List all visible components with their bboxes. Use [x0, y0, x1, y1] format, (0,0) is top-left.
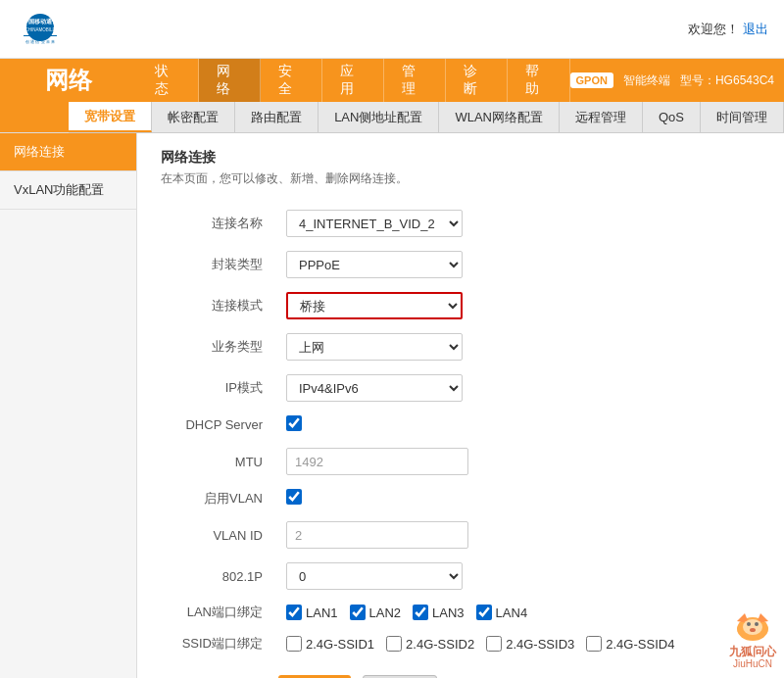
sub-nav: 宽带设置 帐密配置 路由配置 LAN侧地址配置 WLAN网络配置 远程管理 Qo…	[69, 102, 784, 133]
sub-nav-qos[interactable]: QoS	[643, 102, 701, 132]
logo-area: 中国移动通信 CHINAMOBILE 创 通 信 业 未 来	[16, 10, 65, 49]
lan-binding-group: LAN1 LAN2 LAN3 LAN4	[286, 605, 753, 620]
ssid1-text: 2.4G-SSID1	[306, 637, 374, 652]
label-service-type: 业务类型	[161, 326, 278, 367]
watermark-fox-icon	[731, 602, 774, 645]
sub-nav-lan-addr[interactable]: LAN侧地址配置	[318, 102, 439, 132]
form-row-mtu: MTU	[161, 441, 760, 482]
gpon-badge: GPON	[570, 73, 613, 88]
select-service-type[interactable]: 上网	[286, 333, 463, 361]
lan2-text: LAN2	[369, 605, 402, 620]
ssid4-label[interactable]: 2.4G-SSID4	[586, 636, 674, 652]
sub-nav-time[interactable]: 时间管理	[701, 102, 784, 132]
checkbox-ssid4[interactable]	[586, 636, 602, 652]
select-connection-name[interactable]: 4_INTERNET_B_VID_2	[286, 210, 463, 237]
svg-text:CHINAMOBILE: CHINAMOBILE	[24, 27, 55, 32]
sidebar-item-network-connection[interactable]: 网络连接	[0, 133, 136, 171]
input-mtu[interactable]	[286, 448, 468, 475]
form-row-dhcp: DHCP Server	[161, 409, 760, 441]
nav-item-status[interactable]: 状态	[137, 59, 199, 102]
svg-point-11	[750, 628, 756, 632]
lan3-label[interactable]: LAN3	[413, 605, 465, 620]
svg-point-9	[747, 622, 751, 626]
lan4-text: LAN4	[496, 605, 528, 620]
nav-item-apps[interactable]: 应用	[322, 59, 384, 102]
section-title: 网络连接	[161, 149, 760, 167]
logout-link[interactable]: 退出	[743, 21, 768, 38]
form-row-ssid-binding: SSID端口绑定 2.4G-SSID1 2.4G-SSID2	[161, 628, 760, 659]
form-row-connection-mode: 连接模式 桥接	[161, 285, 760, 326]
label-vlan-id: VLAN ID	[161, 514, 278, 556]
svg-point-10	[755, 622, 759, 626]
checkbox-enable-vlan[interactable]	[286, 489, 302, 505]
label-mtu: MTU	[161, 441, 278, 482]
ssid3-text: 2.4G-SSID3	[506, 637, 574, 652]
sidebar-item-vxlan[interactable]: VxLAN功能配置	[0, 171, 136, 210]
sidebar: 网络连接 VxLAN功能配置	[0, 133, 137, 678]
main-nav: 状态 网络 安全 应用 管理 诊断 帮助	[137, 59, 570, 102]
page-title: 网络	[0, 65, 137, 96]
lan2-label[interactable]: LAN2	[350, 605, 402, 620]
checkbox-dhcp[interactable]	[286, 415, 302, 431]
label-dhcp: DHCP Server	[161, 409, 278, 441]
sub-nav-account[interactable]: 帐密配置	[152, 102, 235, 132]
ssid3-label[interactable]: 2.4G-SSID3	[486, 636, 574, 652]
ssid2-text: 2.4G-SSID2	[406, 637, 474, 652]
lan3-text: LAN3	[432, 605, 465, 620]
lan1-label[interactable]: LAN1	[286, 605, 338, 620]
form-table: 连接名称 4_INTERNET_B_VID_2 封装类型 PPPoE 连接模	[161, 203, 760, 659]
sub-nav-remote[interactable]: 远程管理	[560, 102, 643, 132]
label-encapsulation: 封装类型	[161, 244, 278, 285]
select-8021p[interactable]: 0	[286, 562, 463, 590]
svg-point-8	[743, 619, 762, 635]
sub-nav-wlan[interactable]: WLAN网络配置	[439, 102, 560, 132]
checkbox-ssid2[interactable]	[386, 636, 402, 652]
form-row-service-type: 业务类型 上网	[161, 326, 760, 367]
lan1-text: LAN1	[306, 605, 338, 620]
svg-rect-3	[24, 35, 57, 36]
model-text: 型号：HG6543C4	[680, 73, 774, 89]
checkbox-lan2[interactable]	[350, 605, 366, 620]
form-row-connection-name: 连接名称 4_INTERNET_B_VID_2	[161, 203, 760, 244]
form-row-vlan-id: VLAN ID	[161, 514, 760, 556]
nav-item-diagnose[interactable]: 诊断	[446, 59, 508, 102]
select-encapsulation[interactable]: PPPoE	[286, 251, 463, 278]
form-row-enable-vlan: 启用VLAN	[161, 482, 760, 514]
label-lan-binding: LAN端口绑定	[161, 597, 278, 628]
watermark: 九狐问心 JiuHuCN	[729, 602, 776, 670]
select-connection-mode[interactable]: 桥接	[286, 292, 463, 319]
nav-item-manage[interactable]: 管理	[384, 59, 446, 102]
sub-nav-routing[interactable]: 路由配置	[235, 102, 318, 132]
ssid1-label[interactable]: 2.4G-SSID1	[286, 636, 374, 652]
label-ip-mode: IP模式	[161, 367, 278, 409]
logo-icon: 中国移动通信 CHINAMOBILE 创 通 信 业 未 来	[16, 10, 65, 49]
nav-item-network[interactable]: 网络	[199, 59, 261, 102]
lan4-label[interactable]: LAN4	[476, 605, 528, 620]
label-connection-mode: 连接模式	[161, 285, 278, 326]
orange-header: 网络 状态 网络 安全 应用 管理 诊断 帮助 GPON 智能终端 型号：HG6…	[0, 59, 784, 102]
checkbox-lan3[interactable]	[413, 605, 428, 620]
nav-item-help[interactable]: 帮助	[508, 59, 569, 102]
checkbox-ssid3[interactable]	[486, 636, 502, 652]
form-row-8021p: 802.1P 0	[161, 556, 760, 597]
ssid2-label[interactable]: 2.4G-SSID2	[386, 636, 474, 652]
sub-nav-spacer	[0, 102, 69, 133]
checkbox-lan4[interactable]	[476, 605, 492, 620]
checkbox-ssid1[interactable]	[286, 636, 302, 652]
svg-text:中国移动通信: 中国移动通信	[23, 18, 59, 24]
welcome-text: 欢迎您！	[688, 21, 739, 38]
main-content: 网络连接 在本页面，您可以修改、新增、删除网络连接。 连接名称 4_INTERN…	[137, 133, 784, 678]
sub-nav-broadband[interactable]: 宽带设置	[69, 102, 152, 132]
top-right-area: 欢迎您！ 退出	[688, 21, 768, 38]
label-connection-name: 连接名称	[161, 203, 278, 244]
select-ip-mode[interactable]: IPv4&IPv6	[286, 374, 463, 402]
nav-item-security[interactable]: 安全	[261, 59, 322, 102]
form-row-encapsulation: 封装类型 PPPoE	[161, 244, 760, 285]
sub-nav-wrapper: 宽带设置 帐密配置 路由配置 LAN侧地址配置 WLAN网络配置 远程管理 Qo…	[0, 102, 784, 133]
label-8021p: 802.1P	[161, 556, 278, 597]
input-vlan-id[interactable]	[286, 521, 468, 549]
form-row-lan-binding: LAN端口绑定 LAN1 LAN2 LAN3	[161, 597, 760, 628]
watermark-main-text: 九狐问心	[729, 645, 776, 658]
checkbox-lan1[interactable]	[286, 605, 302, 620]
content-area: 网络连接 VxLAN功能配置 网络连接 在本页面，您可以修改、新增、删除网络连接…	[0, 133, 784, 678]
